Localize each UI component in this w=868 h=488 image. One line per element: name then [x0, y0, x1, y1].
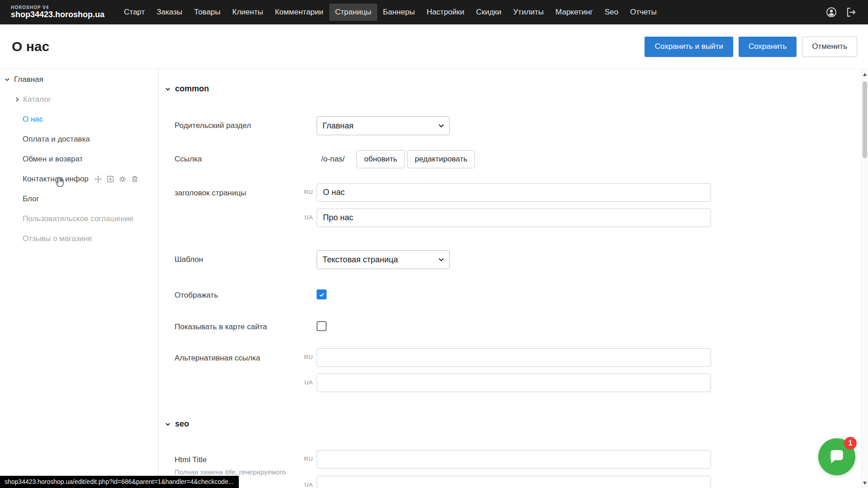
sidebar-item-label: О нас — [23, 115, 43, 124]
template-label: Шаблон — [175, 255, 203, 264]
sitemap-checkbox[interactable] — [317, 321, 327, 331]
link-edit-button[interactable]: редактировать — [407, 150, 475, 168]
chevron-down-icon — [165, 422, 171, 427]
sidebar-item-label: Контактная инфор — [23, 175, 89, 184]
nav-item-reports[interactable]: Отчеты — [624, 4, 663, 21]
nav-item-orders[interactable]: Заказы — [151, 4, 188, 21]
nav-items: Старт Заказы Товары Клиенты Комментарии … — [118, 4, 663, 21]
display-checkbox[interactable] — [317, 289, 327, 299]
sidebar-item-label: Пользовательское соглашение — [23, 214, 133, 223]
sidebar-item-reviews[interactable]: Отзывы о магазине — [0, 229, 158, 249]
sidebar-item-label: Оплата и доставка — [23, 135, 90, 144]
page-header: О нас Сохранить и выйти Сохранить Отмени… — [0, 24, 868, 69]
nav-right-icons — [825, 6, 857, 18]
check-icon — [318, 291, 325, 298]
page-title: О нас — [12, 39, 49, 54]
link-label: Ссылка — [175, 155, 202, 164]
link-path: /o-nas/ — [321, 155, 345, 164]
page-title-ru-input[interactable] — [317, 183, 711, 202]
brand-domain: shop34423.horoshop.ua — [11, 10, 104, 19]
brand-block[interactable]: HOROSHOP V4 shop34423.horoshop.ua — [11, 5, 104, 19]
sidebar-item-about[interactable]: О нас — [0, 109, 158, 129]
save-and-exit-button[interactable]: Сохранить и выйти — [645, 37, 733, 57]
account-icon[interactable] — [825, 6, 837, 18]
sidebar-item-label: Блог — [23, 194, 39, 204]
section-common-label: common — [175, 84, 209, 94]
parent-section-select[interactable]: Главная — [317, 116, 450, 135]
lang-badge-ru: RU — [295, 455, 313, 462]
chevron-down-icon — [5, 77, 10, 82]
nav-item-clients[interactable]: Клиенты — [227, 4, 269, 21]
html-title-ua-input[interactable] — [317, 476, 711, 488]
alt-link-ru-input[interactable] — [317, 348, 711, 367]
settings-icon[interactable] — [119, 175, 127, 183]
lang-badge-ua: UA — [295, 481, 313, 488]
sidebar-item-label: Обмен и возврат — [23, 155, 83, 164]
pages-tree-sidebar: Главная Каталог О нас Оплата и доставка … — [0, 70, 159, 488]
sidebar-item-label: Отзывы о магазине — [23, 234, 92, 243]
nav-item-utilities[interactable]: Утилиты — [508, 4, 550, 21]
chevron-down-icon — [439, 258, 444, 261]
lang-badge-ru: RU — [295, 354, 313, 360]
scrollbar-thumb[interactable] — [863, 81, 867, 158]
chevron-down-icon — [439, 124, 444, 128]
link-update-button[interactable]: обновить — [356, 150, 405, 168]
nav-item-settings[interactable]: Настройки — [421, 4, 470, 21]
sidebar-item-exchange[interactable]: Обмен и возврат — [0, 149, 158, 169]
sidebar-item-payment[interactable]: Оплата и доставка — [0, 129, 158, 149]
display-label: Отображать — [175, 291, 218, 300]
nav-item-marketing[interactable]: Маркетинг — [550, 4, 599, 21]
parent-section-label: Родительский раздел — [175, 121, 251, 130]
sidebar-item-home[interactable]: Главная — [0, 70, 158, 90]
nav-item-comments[interactable]: Комментарии — [269, 4, 329, 21]
vertical-scrollbar[interactable] — [861, 70, 868, 488]
nav-item-start[interactable]: Старт — [118, 4, 151, 21]
delete-icon[interactable] — [131, 175, 139, 183]
chevron-right-icon — [14, 97, 20, 102]
scroll-up-arrow-icon[interactable] — [863, 73, 867, 76]
link-preview-statusbar: shop34423.horoshop.ua/edit/edit.php?id=6… — [0, 476, 239, 488]
nav-item-banners[interactable]: Баннеры — [377, 4, 421, 21]
chevron-down-icon — [165, 86, 171, 92]
parent-section-value: Главная — [323, 121, 354, 131]
template-select[interactable]: Текстовая страница — [317, 250, 450, 269]
section-seo[interactable]: seo — [165, 419, 189, 429]
nav-item-seo[interactable]: Seo — [599, 4, 624, 21]
page-title-label: заголовок страницы — [175, 189, 246, 198]
html-title-label: Html Title — [175, 455, 207, 464]
logout-icon[interactable] — [845, 6, 857, 18]
chat-bubble-icon — [828, 448, 846, 466]
cancel-button[interactable]: Отменить — [802, 37, 857, 57]
sidebar-item-blog[interactable]: Блог — [0, 189, 158, 209]
add-icon[interactable] — [106, 175, 114, 183]
sidebar-item-label: Каталог — [23, 95, 51, 104]
page-edit-form: common Родительский раздел Главная Ссылк… — [159, 70, 861, 488]
nav-item-discounts[interactable]: Скидки — [470, 4, 507, 21]
save-button[interactable]: Сохранить — [739, 37, 797, 57]
sidebar-item-catalog[interactable]: Каталог — [0, 90, 158, 109]
sidebar-root-label: Главная — [14, 75, 43, 84]
nav-item-pages[interactable]: Страницы — [329, 4, 377, 21]
nav-item-products[interactable]: Товары — [188, 4, 226, 21]
template-value: Текстовая страница — [323, 255, 398, 265]
lang-badge-ru: RU — [295, 189, 313, 195]
scroll-down-arrow-icon[interactable] — [863, 482, 867, 485]
header-buttons: Сохранить и выйти Сохранить Отменить — [645, 37, 857, 57]
html-title-hint: Полная замена title, генерируемого — [175, 468, 310, 476]
page-title-ua-input[interactable] — [317, 208, 711, 227]
alt-link-label: Альтернативная ссылка — [175, 354, 260, 363]
html-title-ru-input[interactable] — [317, 450, 711, 469]
section-common[interactable]: common — [165, 84, 209, 94]
chat-widget-button[interactable]: 1 — [818, 438, 855, 475]
top-navigation: HOROSHOP V4 shop34423.horoshop.ua Старт … — [0, 0, 868, 24]
sidebar-item-agreement[interactable]: Пользовательское соглашение — [0, 209, 158, 229]
sidebar-item-contact[interactable]: Контактная инфор — [0, 169, 158, 189]
tree-item-actions — [94, 175, 139, 183]
lang-badge-ua: UA — [295, 379, 313, 386]
drag-icon[interactable] — [94, 175, 102, 183]
chat-unread-badge: 1 — [844, 437, 857, 450]
page: HOROSHOP V4 shop34423.horoshop.ua Старт … — [0, 0, 868, 488]
sitemap-label: Показывать в карте сайта — [175, 322, 267, 332]
alt-link-ua-input[interactable] — [317, 374, 711, 392]
lang-badge-ua: UA — [295, 214, 313, 221]
